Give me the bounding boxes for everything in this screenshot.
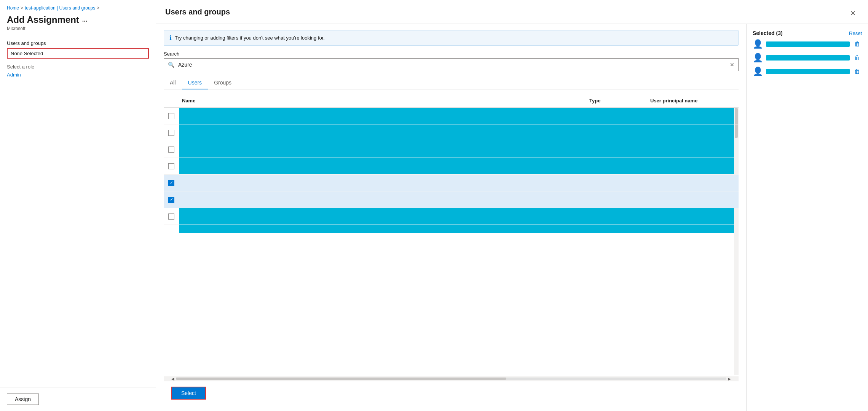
close-button[interactable]: ✕ [847,8,859,19]
users-groups-section-label: Users and groups [0,37,156,48]
checkbox-2[interactable] [168,130,174,136]
checkbox-3[interactable] [168,147,174,153]
checkbox-5[interactable]: ✓ [168,180,174,186]
selected-name-1 [766,41,850,47]
col-upn[interactable]: User principal name [647,96,739,105]
breadcrumb-app[interactable]: test-application | Users and groups [25,5,95,11]
selected-title: Selected (3) [753,30,783,36]
row-checkbox-4[interactable] [164,160,179,172]
table-header: Name Type User principal name [164,94,739,108]
selected-item: 👤 🗑 [753,53,862,63]
row-type-6 [586,197,647,203]
col-checkbox [164,96,179,105]
search-label: Search [164,51,739,57]
flyout-footer: Select [164,381,739,405]
row-checkbox-3[interactable] [164,143,179,156]
row-upn-7 [647,213,739,220]
horizontal-scrollbar: ◀ ▶ [164,376,739,381]
info-text: Try changing or adding filters if you do… [175,35,325,41]
table-container: Name Type User principal name [164,94,739,381]
table-row[interactable] [164,158,739,175]
search-clear-icon[interactable]: ✕ [726,59,738,71]
search-box: 🔍 ✕ [164,58,739,71]
row-checkbox-6[interactable]: ✓ [164,194,179,206]
more-options-icon[interactable]: ... [82,16,87,23]
row-name-1 [179,113,586,119]
search-input[interactable] [178,59,726,70]
selected-header: Selected (3) Reset [753,30,862,36]
delete-button-2[interactable]: 🗑 [853,54,862,62]
flyout-body: ℹ Try changing or adding filters if you … [156,24,868,411]
table-row[interactable]: ✓ [164,191,739,208]
selected-name-3 [766,69,850,74]
panel-title: Add Assignment ... [0,13,156,26]
selected-panel: Selected (3) Reset 👤 🗑 👤 🗑 👤 🗑 [746,24,868,411]
row-type-2 [586,130,647,136]
row-upn-1 [647,113,739,119]
row-name-4 [179,163,586,169]
delete-button-3[interactable]: 🗑 [853,67,862,76]
breadcrumb-sep2: > [97,5,99,11]
delete-button-1[interactable]: 🗑 [853,40,862,48]
table-row[interactable] [164,208,739,225]
none-selected-box[interactable]: None Selected [7,48,149,59]
checkbox-1[interactable] [168,113,174,119]
main-content: ℹ Try changing or adding filters if you … [156,24,746,411]
scrollbar-track[interactable] [176,378,726,380]
tab-users[interactable]: Users [182,76,208,89]
breadcrumb: Home > test-application | Users and grou… [0,0,156,13]
user-avatar-icon-3: 👤 [753,67,763,76]
table-body: ✓ ✓ [164,108,739,375]
checkbox-4[interactable] [168,163,174,169]
table-row[interactable] [164,108,739,124]
row-name-3 [179,147,586,153]
role-value[interactable]: Admin [0,71,156,79]
scroll-left-arrow[interactable]: ◀ [171,377,174,381]
tab-all[interactable]: All [164,76,182,89]
panel-subtitle: Microsoft [0,26,156,37]
breadcrumb-sep1: > [21,5,23,11]
flyout-title: Users and groups [165,8,230,16]
row-type-3 [586,147,647,153]
scroll-right-arrow[interactable]: ▶ [728,377,731,381]
row-type-4 [586,163,647,169]
info-icon: ℹ [169,34,172,41]
row-upn-4 [647,163,739,169]
select-button[interactable]: Select [171,387,206,400]
row-upn-5 [647,180,739,186]
row-upn-3 [647,147,739,153]
row-name-7 [179,213,586,220]
row-type-7 [586,213,647,220]
table-row[interactable] [164,124,739,141]
info-banner: ℹ Try changing or adding filters if you … [164,30,739,46]
tab-groups[interactable]: Groups [208,76,238,89]
row-name-5 [179,180,586,186]
table-row[interactable] [164,141,739,158]
row-name-2 [179,130,586,136]
row-checkbox-1[interactable] [164,110,179,122]
row-name-6 [179,197,586,203]
row-type-5 [586,180,647,186]
row-checkbox-2[interactable] [164,127,179,139]
col-type[interactable]: Type [586,96,647,105]
reset-link[interactable]: Reset [849,30,862,36]
row-checkbox-7[interactable] [164,210,179,223]
table-row[interactable]: ✓ [164,175,739,191]
tabs: All Users Groups [164,76,739,89]
checkbox-6[interactable]: ✓ [168,197,174,203]
selected-item: 👤 🗑 [753,39,862,49]
selected-item: 👤 🗑 [753,67,862,76]
row-checkbox-5[interactable]: ✓ [164,177,179,189]
user-avatar-icon-1: 👤 [753,39,763,49]
add-assignment-title: Add Assignment [7,14,79,25]
left-footer: Assign [0,387,156,411]
selected-name-2 [766,55,850,61]
row-type-1 [586,113,647,119]
checkbox-7[interactable] [168,213,174,220]
assign-button[interactable]: Assign [7,393,39,405]
right-panel: Users and groups ✕ ℹ Try changing or add… [156,0,868,411]
row-upn-6 [647,197,739,203]
breadcrumb-home[interactable]: Home [7,5,19,11]
col-name[interactable]: Name [179,96,586,105]
left-panel: Home > test-application | Users and grou… [0,0,156,411]
